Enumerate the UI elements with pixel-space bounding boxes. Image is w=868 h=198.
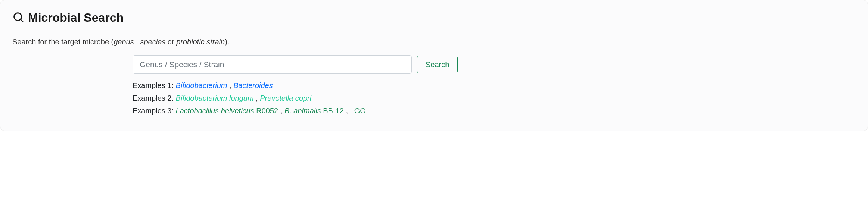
card-title: Microbial Search <box>28 11 124 25</box>
example-link-lactobacillus-helveticus-r0052[interactable]: Lactobacillus helveticus R0052 <box>176 107 279 115</box>
desc-term-strain: probiotic strain <box>176 38 225 46</box>
example-link-italic: Lactobacillus helveticus <box>176 107 254 115</box>
example-sep: , <box>227 81 233 89</box>
example-link-rest: BB-12 <box>321 107 344 115</box>
examples-row-2: Examples 2: Bifidobacterium longum , Pre… <box>133 92 856 104</box>
search-area: Search Examples 1: Bifidobacterium , Bac… <box>133 55 856 117</box>
example-link-rest: R0052 <box>254 107 279 115</box>
example-link-lgg[interactable]: LGG <box>350 107 366 115</box>
example-sep: , <box>344 107 350 115</box>
search-icon <box>12 11 28 25</box>
svg-line-1 <box>21 19 23 22</box>
example-sep: , <box>254 94 260 102</box>
example-label-2: Examples 2: <box>133 94 176 102</box>
example-link-bifidobacterium[interactable]: Bifidobacterium <box>176 81 227 89</box>
desc-suffix: ). <box>225 38 229 46</box>
desc-sep2: or <box>165 38 176 46</box>
example-link-b-animalis-bb12[interactable]: B. animalis BB-12 <box>284 107 344 115</box>
examples-row-3: Examples 3: Lactobacillus helveticus R00… <box>133 104 856 117</box>
search-button[interactable]: Search <box>417 56 458 73</box>
example-link-prevotella-copri[interactable]: Prevotella copri <box>260 94 311 102</box>
desc-term-species: species <box>140 38 165 46</box>
search-input[interactable] <box>133 55 412 74</box>
example-sep: , <box>278 107 284 115</box>
search-description: Search for the target microbe (genus , s… <box>12 38 856 46</box>
example-link-bacteroides[interactable]: Bacteroides <box>233 81 273 89</box>
desc-sep1: , <box>134 38 140 46</box>
search-row: Search <box>133 55 856 74</box>
desc-term-genus: genus <box>113 38 134 46</box>
example-link-bifidobacterium-longum[interactable]: Bifidobacterium longum <box>176 94 254 102</box>
card-header: Microbial Search <box>12 11 856 31</box>
example-link-italic: B. animalis <box>284 107 321 115</box>
desc-prefix: Search for the target microbe ( <box>12 38 113 46</box>
search-card: Microbial Search Search for the target m… <box>0 0 868 131</box>
example-label-3: Examples 3: <box>133 107 176 115</box>
example-label-1: Examples 1: <box>133 81 176 89</box>
examples-row-1: Examples 1: Bifidobacterium , Bacteroide… <box>133 79 856 92</box>
